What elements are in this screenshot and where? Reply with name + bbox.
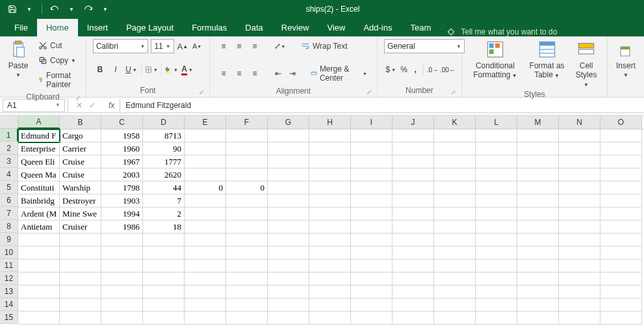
cell-J1[interactable] — [393, 129, 434, 142]
cell-K6[interactable] — [434, 194, 476, 207]
font-launcher[interactable]: ⤢ — [198, 89, 205, 96]
col-header-H[interactable]: H — [309, 116, 351, 129]
cell-G15[interactable] — [268, 312, 309, 325]
insert-cells-button[interactable]: Insert▼ — [612, 38, 640, 81]
cell-A11[interactable] — [18, 260, 60, 273]
cell-A12[interactable] — [18, 273, 60, 286]
cell-N11[interactable] — [559, 260, 600, 273]
cell-H4[interactable] — [309, 168, 351, 181]
cell-N3[interactable] — [559, 155, 600, 168]
cell-J12[interactable] — [393, 273, 434, 286]
cell-E14[interactable] — [185, 299, 226, 312]
cell-G14[interactable] — [268, 299, 309, 312]
cell-O12[interactable] — [600, 273, 642, 286]
cell-F1[interactable] — [226, 129, 268, 142]
row-header-5[interactable]: 5 — [0, 181, 18, 194]
cell-D15[interactable] — [143, 312, 185, 325]
undo-button[interactable] — [47, 2, 62, 16]
cell-G10[interactable] — [268, 246, 309, 260]
cell-N4[interactable] — [559, 168, 600, 181]
cell-J15[interactable] — [393, 312, 434, 325]
cell-L14[interactable] — [476, 299, 517, 312]
cell-J14[interactable] — [393, 299, 434, 312]
cell-L6[interactable] — [476, 194, 517, 207]
cell-C4[interactable]: 2003 — [101, 168, 143, 181]
cell-E4[interactable] — [185, 168, 226, 181]
cell-I15[interactable] — [351, 312, 393, 325]
cell-K14[interactable] — [434, 299, 476, 312]
cell-L12[interactable] — [476, 273, 517, 286]
cell-B15[interactable] — [60, 312, 101, 325]
cell-A9[interactable] — [18, 233, 60, 246]
cell-J10[interactable] — [393, 246, 434, 260]
cell-O7[interactable] — [600, 207, 642, 220]
cell-G5[interactable] — [268, 181, 309, 194]
cell-N2[interactable] — [559, 142, 600, 155]
cell-K12[interactable] — [434, 273, 476, 286]
cell-J13[interactable] — [393, 286, 434, 299]
cell-D6[interactable]: 7 — [143, 194, 185, 207]
col-header-M[interactable]: M — [517, 116, 559, 129]
cancel-formula-icon[interactable]: ✕ — [76, 101, 83, 110]
percent-button[interactable]: % — [399, 62, 409, 77]
cell-I8[interactable] — [351, 220, 393, 233]
cell-K9[interactable] — [434, 233, 476, 246]
cell-L7[interactable] — [476, 207, 517, 220]
col-header-B[interactable]: B — [60, 116, 101, 129]
cell-H14[interactable] — [309, 299, 351, 312]
cell-I5[interactable] — [351, 181, 393, 194]
cell-D12[interactable] — [143, 273, 185, 286]
redo-dropdown[interactable]: ▼ — [98, 2, 112, 16]
cell-J6[interactable] — [393, 194, 434, 207]
cell-I4[interactable] — [351, 168, 393, 181]
cell-D4[interactable]: 2620 — [143, 168, 185, 181]
cell-C7[interactable]: 1994 — [101, 207, 143, 220]
cell-D13[interactable] — [143, 286, 185, 299]
cell-H12[interactable] — [309, 273, 351, 286]
copy-button[interactable]: Copy ▼ — [35, 54, 79, 67]
cell-E5[interactable]: 0 — [185, 181, 226, 194]
tab-file[interactable]: File — [5, 19, 37, 36]
cell-C1[interactable]: 1958 — [101, 129, 143, 142]
cell-C8[interactable]: 1986 — [101, 220, 143, 233]
cell-L1[interactable] — [476, 129, 517, 142]
cell-C3[interactable]: 1967 — [101, 155, 143, 168]
cell-E8[interactable] — [185, 220, 226, 233]
cell-E12[interactable] — [185, 273, 226, 286]
conditional-formatting-button[interactable]: Conditional Formatting ▼ — [466, 38, 524, 81]
cell-F7[interactable] — [226, 207, 268, 220]
alignment-launcher[interactable]: ⤢ — [365, 89, 373, 96]
cell-K11[interactable] — [434, 260, 476, 273]
cell-J9[interactable] — [393, 233, 434, 246]
cell-C10[interactable] — [101, 246, 143, 260]
align-bottom-icon[interactable]: ≡ — [248, 39, 262, 53]
cell-I3[interactable] — [351, 155, 393, 168]
cell-J2[interactable] — [393, 142, 434, 155]
cell-D5[interactable]: 44 — [143, 181, 185, 194]
row-header-3[interactable]: 3 — [0, 155, 18, 168]
cell-M11[interactable] — [517, 260, 559, 273]
cell-N1[interactable] — [559, 129, 600, 142]
paste-button[interactable]: Paste▼ — [4, 38, 32, 81]
cell-N10[interactable] — [559, 246, 600, 260]
cell-B11[interactable] — [60, 260, 101, 273]
cell-K7[interactable] — [434, 207, 476, 220]
cell-L11[interactable] — [476, 260, 517, 273]
cell-G4[interactable] — [268, 168, 309, 181]
cell-H5[interactable] — [309, 181, 351, 194]
cut-button[interactable]: Cut — [35, 39, 79, 52]
cell-O9[interactable] — [600, 233, 642, 246]
wrap-text-button[interactable]: Wrap Text — [298, 40, 351, 53]
cell-H7[interactable] — [309, 207, 351, 220]
cell-K4[interactable] — [434, 168, 476, 181]
cell-L8[interactable] — [476, 220, 517, 233]
cell-F2[interactable] — [226, 142, 268, 155]
cell-M4[interactable] — [517, 168, 559, 181]
cell-M7[interactable] — [517, 207, 559, 220]
cell-M5[interactable] — [517, 181, 559, 194]
cell-J3[interactable] — [393, 155, 434, 168]
cell-D11[interactable] — [143, 260, 185, 273]
tell-me-search[interactable]: Tell me what you want to do — [440, 27, 563, 36]
col-header-D[interactable]: D — [143, 116, 185, 129]
cell-C13[interactable] — [101, 286, 143, 299]
